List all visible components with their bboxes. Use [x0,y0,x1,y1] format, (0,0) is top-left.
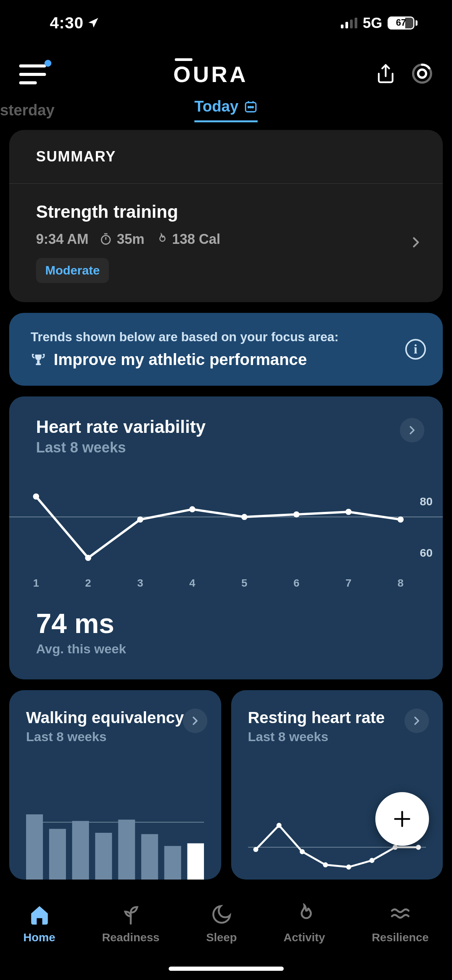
svg-text:3: 3 [137,577,143,589]
focus-title: Improve my athletic performance [54,350,307,369]
tab-today[interactable]: Today [194,98,258,122]
network-label: 5G [363,15,382,31]
walking-card[interactable]: Walking equivalency Last 8 weeks [9,690,221,880]
waves-icon [389,903,411,926]
resting-hr-card[interactable]: Resting heart rate Last 8 weeks [231,690,443,880]
hrv-subtitle: Last 8 weeks [36,439,416,456]
walking-open-icon[interactable] [183,709,207,733]
flame-tab-icon [293,903,316,926]
svg-point-18 [85,555,91,561]
svg-text:80: 80 [420,495,432,508]
hrv-title: Heart rate variability [36,416,416,437]
svg-rect-12 [37,360,40,363]
brand-logo: OURA [173,61,248,87]
svg-point-43 [253,847,258,852]
status-right: 5G 67 [341,15,417,31]
svg-text:8: 8 [398,577,404,589]
tab-yesterday[interactable]: sterday [0,102,54,119]
svg-point-46 [323,862,328,867]
svg-rect-39 [141,834,158,880]
summary-heading: SUMMARY [9,130,443,184]
calendar-icon [244,100,258,113]
battery-icon: 67 [388,16,417,30]
hrv-avg-label: Avg. this week [36,641,416,656]
activity-time: 9:34 AM [36,231,89,247]
date-tabs: sterday Today [0,95,452,125]
status-time-text: 4:30 [50,14,84,32]
svg-point-17 [33,493,39,500]
focus-caption: Trends shown below are based on your foc… [31,330,421,344]
tab-readiness[interactable]: Readiness [102,903,159,944]
tab-home[interactable]: Home [23,903,55,944]
svg-point-48 [369,858,374,863]
svg-point-24 [398,516,404,523]
activity-meta: 9:34 AM 35m 138 Cal [36,231,416,247]
svg-point-44 [276,823,281,828]
walking-subtitle: Last 8 weeks [26,729,204,744]
hrv-avg-value: 74 ms [36,608,416,639]
svg-rect-36 [72,821,89,880]
svg-point-2 [418,69,426,77]
walking-title: Walking equivalency [26,709,204,727]
tab-activity[interactable]: Activity [284,903,325,944]
svg-text:60: 60 [420,546,432,559]
ring-status-button[interactable] [411,63,433,86]
svg-point-21 [241,514,247,520]
app-header: OURA [0,46,452,95]
svg-point-47 [346,865,351,870]
resting-subtitle: Last 8 weeks [248,729,426,744]
svg-text:1: 1 [33,577,39,589]
svg-point-20 [189,506,196,512]
svg-rect-13 [36,363,41,365]
trophy-icon [31,352,46,367]
walking-chart [26,814,204,880]
svg-point-50 [416,845,421,850]
svg-point-6 [248,107,249,108]
svg-text:4: 4 [189,577,196,589]
menu-button[interactable] [19,64,46,84]
flame-icon [155,233,168,246]
tab-bar: Home Readiness Sleep Activity Resilience [0,892,452,980]
hrv-open-icon[interactable] [400,418,424,442]
leaf-icon [120,903,142,926]
hrv-card[interactable]: Heart rate variability Last 8 weeks 6080… [9,396,443,679]
svg-rect-40 [164,846,181,880]
svg-rect-34 [26,814,43,880]
svg-rect-37 [95,833,112,880]
summary-card: SUMMARY Strength training 9:34 AM 35m 13… [9,130,443,302]
stopwatch-icon [99,233,112,246]
svg-point-49 [393,845,398,850]
svg-point-45 [299,849,304,854]
svg-rect-41 [187,844,204,880]
status-bar: 4:30 5G 67 [0,0,452,46]
status-time: 4:30 [50,14,100,32]
share-button[interactable] [375,63,396,86]
home-icon [28,903,51,926]
svg-text:6: 6 [293,577,299,589]
tab-today-label: Today [194,98,238,115]
tab-resilience[interactable]: Resilience [372,903,429,944]
svg-point-7 [250,107,251,108]
svg-rect-38 [118,820,135,880]
chevron-right-icon [408,234,424,252]
focus-banner[interactable]: Trends shown below are based on your foc… [9,313,443,386]
svg-point-23 [345,509,352,515]
tab-resilience-label: Resilience [372,931,429,944]
resting-open-icon[interactable] [404,709,429,733]
svg-point-8 [252,107,253,108]
svg-point-19 [137,516,143,523]
tab-activity-label: Activity [284,931,325,944]
intensity-badge: Moderate [36,258,109,283]
tab-sleep[interactable]: Sleep [206,903,237,944]
hrv-chart: 608012345678 [9,477,443,592]
cellular-signal-icon [341,18,357,28]
svg-rect-35 [49,829,66,880]
resting-title: Resting heart rate [248,709,426,727]
tab-home-label: Home [23,931,55,944]
add-button[interactable] [375,792,429,846]
info-icon[interactable]: i [405,339,426,360]
svg-text:2: 2 [85,577,91,589]
activity-row[interactable]: Strength training 9:34 AM 35m 138 Cal Mo… [9,184,443,302]
notification-dot-icon [44,60,51,67]
svg-text:5: 5 [242,577,248,589]
